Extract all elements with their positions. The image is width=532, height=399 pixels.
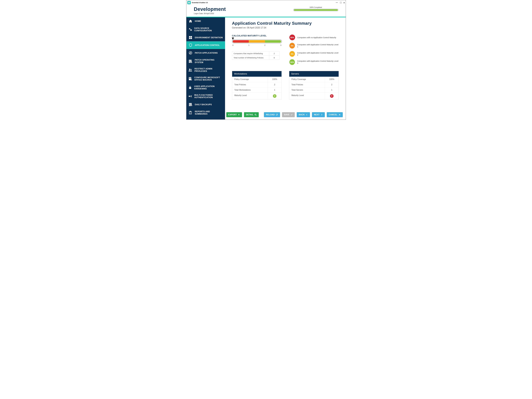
stat-badge: 50% <box>289 35 295 40</box>
button-label: NEXT <box>314 114 320 116</box>
table-cell-label: Policy Coverage <box>289 77 325 82</box>
sidebar-item-data-source[interactable]: DATA SOURCE CONFIGURATION <box>186 25 225 34</box>
svg-rect-9 <box>191 38 192 39</box>
table-cell-value: 2 <box>325 82 339 87</box>
sidebar: HOME DATA SOURCE CONFIGURATION ENVIRONME… <box>186 17 225 120</box>
search-icon <box>254 114 257 116</box>
table-cell-label: Maturity Level <box>232 93 268 99</box>
table-header: Workstations <box>232 71 282 77</box>
sidebar-item-label: HOME <box>195 20 201 22</box>
titlebar: Essential 8 Auditor 3.5 — ☐ x <box>186 0 346 5</box>
sidebar-item-label: DAILY BACKUPS <box>195 103 212 106</box>
table-cell-value: 3 <box>268 93 282 99</box>
sidebar-item-label: ENVIRONMENT DEFINITION <box>195 36 223 39</box>
sidebar-item-patch-os[interactable]: PATCH OPERATING SYSTEM <box>186 57 225 65</box>
svg-point-15 <box>189 69 190 70</box>
svg-rect-7 <box>191 36 192 38</box>
progress-bar <box>293 9 338 11</box>
export-button[interactable]: EXPORT <box>226 112 242 117</box>
sidebar-item-restrict-admin[interactable]: RESTRICT ADMIN PRIVILEGES <box>186 66 225 74</box>
svg-point-4 <box>189 29 190 29</box>
table-cell-value: 100% <box>268 77 282 82</box>
patch-app-icon <box>188 51 193 55</box>
chevron-right-icon <box>321 114 323 116</box>
svg-rect-29 <box>189 103 192 104</box>
report-icon <box>188 111 193 114</box>
sidebar-item-user-hardening[interactable]: USER APPLICATION HARDENING <box>186 83 225 92</box>
sidebar-item-daily-backups[interactable]: DAILY BACKUPS <box>186 101 225 108</box>
stats-list: 50% Computers with no Application Contro… <box>289 35 339 67</box>
button-label: CANCEL <box>329 114 337 116</box>
svg-point-5 <box>191 30 191 30</box>
logon-date: Logon Date: 08 April 2020 <box>194 13 226 14</box>
svg-rect-6 <box>189 36 190 38</box>
table-cell-value: 2 <box>268 82 282 87</box>
mini-row-value: 6 <box>269 56 279 60</box>
cancel-button[interactable]: CANCEL <box>327 112 343 117</box>
generated-on: Generated on: 08 April 2020 17:34 <box>232 26 339 29</box>
minimize-button[interactable]: — <box>336 1 338 4</box>
table-cell-label: Total Servers <box>289 87 325 93</box>
sidebar-item-label: RESTRICT ADMIN PRIVILEGES <box>195 68 223 72</box>
sidebar-item-mfa[interactable]: MULTI-FACTORED AUTHENTICATION <box>186 92 225 101</box>
sidebar-item-home[interactable]: HOME <box>186 17 225 25</box>
maximize-button[interactable]: ☐ <box>340 1 342 4</box>
key-network-icon <box>188 94 192 98</box>
svg-rect-19 <box>189 78 191 78</box>
gears-icon <box>188 28 192 31</box>
svg-point-36 <box>255 114 256 115</box>
back-button[interactable]: BACK <box>297 112 310 117</box>
app-icon <box>187 1 191 4</box>
svg-rect-11 <box>189 60 192 60</box>
svg-rect-35 <box>233 39 233 40</box>
svg-rect-8 <box>189 38 190 39</box>
stat-text: Computers with Application Control Matur… <box>297 44 339 48</box>
table-header: Servers <box>289 71 339 77</box>
maturity-gauge: 0 1 2 3 <box>232 39 282 46</box>
sidebar-item-environment[interactable]: ENVIRONMENT DEFINITION <box>186 34 225 41</box>
svg-rect-26 <box>191 95 192 96</box>
users-icon <box>188 68 192 72</box>
home-icon <box>188 19 193 23</box>
svg-rect-25 <box>191 95 191 96</box>
reload-button[interactable]: RELOAD <box>264 112 280 117</box>
chevron-left-icon <box>306 114 308 116</box>
sidebar-item-reports[interactable]: REPORTS AND SUMMARIES <box>186 108 225 117</box>
close-button[interactable]: x <box>344 1 345 4</box>
svg-rect-18 <box>189 78 191 78</box>
document-block-icon <box>188 77 192 81</box>
table-cell-label: Maturity Level <box>289 93 325 99</box>
svg-rect-30 <box>189 104 192 105</box>
server-check-icon <box>188 59 192 63</box>
maturity-section-label: CALCULATED MATURITY LEVEL <box>232 35 282 37</box>
next-button[interactable]: NEXT <box>312 112 325 117</box>
svg-rect-28 <box>191 97 192 97</box>
mini-row-label: Total number of Whitelisting Policies <box>232 56 269 60</box>
reload-icon <box>276 114 278 116</box>
table-cell-label: Total Policies <box>232 82 268 87</box>
stat-badge: 50% <box>289 59 295 65</box>
button-label: RELOAD <box>266 114 275 116</box>
stat-badge: 0% <box>289 51 295 57</box>
button-label: EXPORT <box>228 114 237 116</box>
workstations-table: Workstations Policy Coverage100% Total P… <box>232 71 282 99</box>
save-button[interactable]: SAVE <box>282 112 295 117</box>
svg-point-16 <box>191 69 192 70</box>
sidebar-item-application-control[interactable]: APPLICATION CONTROL <box>186 41 225 49</box>
detail-button[interactable]: DETAIL <box>244 112 259 117</box>
table-cell-label: Total Policies <box>289 82 325 87</box>
sidebar-item-office-macros[interactable]: CONFIGURE MICROSOFT OFFICE MACROS <box>186 74 225 83</box>
shield-icon <box>188 43 193 47</box>
mini-row-value: 2 <box>269 51 279 56</box>
button-label: SAVE <box>284 114 290 116</box>
gauge-tick: 2 <box>265 44 266 46</box>
sidebar-item-label: REPORTS AND SUMMARIES <box>195 110 223 115</box>
svg-point-23 <box>189 96 190 97</box>
level-badge: 3 <box>273 94 276 98</box>
gauge-tick: 1 <box>248 44 249 46</box>
content: Application Control Maturity Summary Gen… <box>225 17 346 120</box>
sidebar-item-label: CONFIGURE MICROSOFT OFFICE MACROS <box>194 76 223 81</box>
servers-table: Servers Policy Coverage100% Total Polici… <box>289 71 339 99</box>
level-badge: 0 <box>330 94 334 98</box>
sidebar-item-patch-applications[interactable]: PATCH APPLICATIONS <box>186 49 225 57</box>
